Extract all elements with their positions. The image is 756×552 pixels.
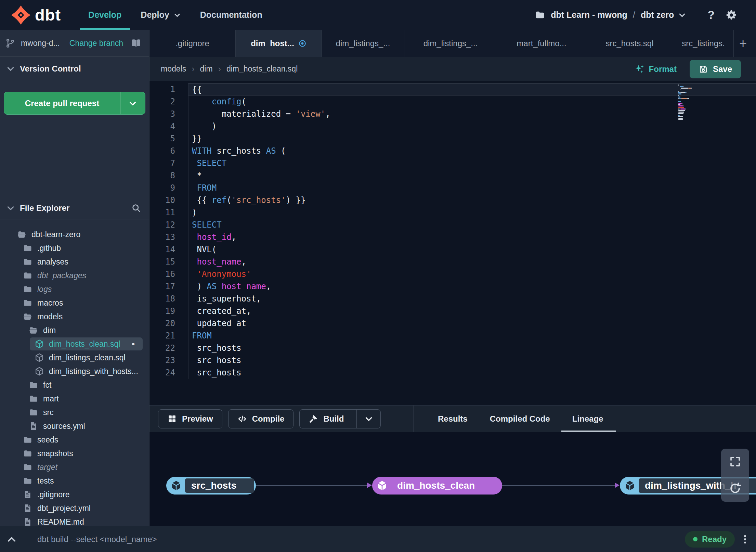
code-line[interactable]: 14 NVL( bbox=[149, 243, 756, 256]
tree-item-models[interactable]: models bbox=[0, 310, 149, 323]
tree-item-target[interactable]: target bbox=[0, 460, 149, 474]
project-name[interactable]: dbt Learn - mwong bbox=[551, 10, 627, 20]
search-icon[interactable] bbox=[131, 203, 141, 213]
code-line[interactable]: 5}} bbox=[149, 132, 756, 145]
command-input[interactable]: dbt build --select <model_name> bbox=[37, 535, 157, 544]
breadcrumb-item[interactable]: dim bbox=[200, 64, 212, 74]
tab-mart-fullmo-[interactable]: mart_fullmo... bbox=[497, 30, 586, 57]
code-line[interactable]: 6WITH src_hosts AS ( bbox=[149, 145, 756, 157]
tree-item-logs[interactable]: logs bbox=[0, 282, 149, 296]
minimap[interactable] bbox=[678, 85, 693, 120]
kebab-menu-icon[interactable] bbox=[740, 534, 751, 545]
build-button[interactable]: Build bbox=[299, 409, 381, 428]
code-line[interactable]: 20 updated_at bbox=[149, 317, 756, 330]
lineage-node-dim_hosts_clean[interactable]: dim_hosts_clean bbox=[372, 477, 502, 495]
code-line[interactable]: 11) bbox=[149, 206, 756, 219]
code-line[interactable]: 21FROM bbox=[149, 330, 756, 342]
gear-icon[interactable] bbox=[726, 9, 737, 21]
new-tab-button[interactable]: + bbox=[739, 37, 747, 50]
version-control-header[interactable]: Version Control bbox=[0, 57, 149, 81]
tab-dim-listings-[interactable]: dim_listings_... bbox=[404, 30, 497, 57]
code-line[interactable]: 1{{ bbox=[149, 83, 756, 95]
statusbar-divider bbox=[24, 526, 24, 552]
tree-item-tests[interactable]: tests bbox=[0, 474, 149, 488]
code-line[interactable]: 18 is_superhost, bbox=[149, 293, 756, 305]
create-pull-request-label[interactable]: Create pull request bbox=[4, 92, 120, 114]
code-line[interactable]: 10 {{ ref('src_hosts') }} bbox=[149, 194, 756, 206]
tab-src-listings-[interactable]: src_listings. bbox=[673, 30, 734, 57]
lineage-graph[interactable]: src_hostsdim_hosts_cleandim_listings_wit… bbox=[149, 432, 756, 526]
breadcrumb-item[interactable]: dim_hosts_clean.sql bbox=[226, 64, 298, 74]
tree-item-src[interactable]: src bbox=[0, 406, 149, 419]
help-button[interactable]: ? bbox=[707, 8, 715, 22]
format-button[interactable]: Format bbox=[634, 64, 677, 74]
save-button[interactable]: Save bbox=[690, 60, 741, 78]
nav-link-develop[interactable]: Develop bbox=[88, 0, 121, 30]
code-line[interactable]: 13 host_id, bbox=[149, 231, 756, 243]
build-dropdown-button[interactable] bbox=[356, 409, 380, 428]
tree-item-mart[interactable]: mart bbox=[0, 392, 149, 406]
tree-item-sources-yml[interactable]: sources.yml bbox=[0, 419, 149, 433]
lineage-node-src_hosts[interactable]: src_hosts bbox=[166, 477, 256, 495]
tab-dim-host-[interactable]: dim_host... bbox=[236, 30, 322, 57]
tree-item-dim[interactable]: dim bbox=[0, 323, 149, 337]
tree-item-macros[interactable]: macros bbox=[0, 296, 149, 310]
tree-item-analyses[interactable]: analyses bbox=[0, 255, 149, 269]
create-pull-request-button[interactable]: Create pull request bbox=[4, 92, 145, 115]
code-line[interactable]: 19 created_at, bbox=[149, 305, 756, 317]
tree-item-seeds[interactable]: seeds bbox=[0, 433, 149, 447]
code-line[interactable]: 9 FROM bbox=[149, 182, 756, 194]
tree-item-dim-hosts-clean-sql[interactable]: dim_hosts_clean.sql• bbox=[0, 337, 149, 351]
tree-item-dim-listings-with-hosts-[interactable]: dim_listings_with_hosts... bbox=[0, 364, 149, 378]
code-line[interactable]: 12SELECT bbox=[149, 219, 756, 231]
code-line[interactable]: 4 ) bbox=[149, 120, 756, 132]
line-number: 24 bbox=[149, 367, 188, 379]
chevron-down-icon[interactable] bbox=[6, 204, 15, 213]
change-branch-link[interactable]: Change branch bbox=[69, 39, 123, 48]
tab--gitignore[interactable]: .gitignore bbox=[149, 30, 236, 57]
refresh-icon[interactable] bbox=[729, 482, 742, 495]
file-tree: dbt-learn-zero.githubanalysesdbt_package… bbox=[0, 219, 149, 526]
dbt-logo[interactable]: dbt bbox=[10, 4, 61, 26]
panel-tab-lineage[interactable]: Lineage bbox=[572, 406, 603, 432]
tree-item-dbt-learn-zero[interactable]: dbt-learn-zero bbox=[0, 228, 149, 241]
panel-tab-results[interactable]: Results bbox=[438, 406, 468, 432]
chevron-up-icon[interactable] bbox=[6, 534, 17, 545]
tree-item-fct[interactable]: fct bbox=[0, 378, 149, 392]
file-explorer-header[interactable]: File Explorer bbox=[0, 197, 149, 219]
code-line[interactable]: 3 materialized = 'view', bbox=[149, 108, 756, 120]
chevron-down-icon[interactable] bbox=[678, 11, 686, 19]
nav-link-documentation[interactable]: Documentation bbox=[200, 0, 262, 30]
code-editor[interactable]: 1{{2 config(3 materialized = 'view',4 )5… bbox=[149, 81, 756, 405]
compile-button[interactable]: Compile bbox=[228, 409, 294, 428]
panel-tab-compiled-code[interactable]: Compiled Code bbox=[490, 406, 550, 432]
tree-item-snapshots[interactable]: snapshots bbox=[0, 447, 149, 460]
token: AS bbox=[266, 146, 276, 156]
tab-dim-listings-[interactable]: dim_listings_... bbox=[322, 30, 404, 57]
code-line[interactable]: 16 'Anonymous' bbox=[149, 268, 756, 280]
code-line[interactable]: 24 src_hosts bbox=[149, 367, 756, 379]
docs-book-icon[interactable] bbox=[131, 38, 142, 49]
code-line[interactable]: 2 config( bbox=[149, 95, 756, 108]
tree-item-dim-listings-clean-sql[interactable]: dim_listings_clean.sql bbox=[0, 351, 149, 364]
pr-dropdown-button[interactable] bbox=[120, 92, 145, 114]
nav-link-deploy[interactable]: Deploy bbox=[141, 0, 181, 30]
code-text: SELECT bbox=[188, 219, 756, 231]
code-line[interactable]: 17 ) AS host_name, bbox=[149, 280, 756, 293]
code-line[interactable]: 23 src_hosts bbox=[149, 354, 756, 367]
code-line[interactable]: 7 SELECT bbox=[149, 157, 756, 169]
code-line[interactable]: 8 * bbox=[149, 169, 756, 182]
tree-item-dbt-packages[interactable]: dbt_packages bbox=[0, 269, 149, 282]
tab-src-hosts-sql[interactable]: src_hosts.sql bbox=[586, 30, 673, 57]
tree-item-dbt-project-yml[interactable]: dbt_project.yml bbox=[0, 501, 149, 515]
chevron-down-icon[interactable] bbox=[6, 64, 15, 73]
breadcrumb-item[interactable]: models bbox=[161, 64, 186, 74]
fullscreen-icon[interactable] bbox=[729, 455, 741, 468]
preview-button[interactable]: Preview bbox=[158, 409, 222, 428]
code-line[interactable]: 22 src_hosts bbox=[149, 342, 756, 354]
code-line[interactable]: 15 host_name, bbox=[149, 256, 756, 268]
environment-selector[interactable]: dbt zero bbox=[641, 10, 674, 20]
tree-item--github[interactable]: .github bbox=[0, 241, 149, 255]
tree-item--gitignore[interactable]: .gitignore bbox=[0, 488, 149, 501]
tree-item-README-md[interactable]: README.md bbox=[0, 515, 149, 526]
